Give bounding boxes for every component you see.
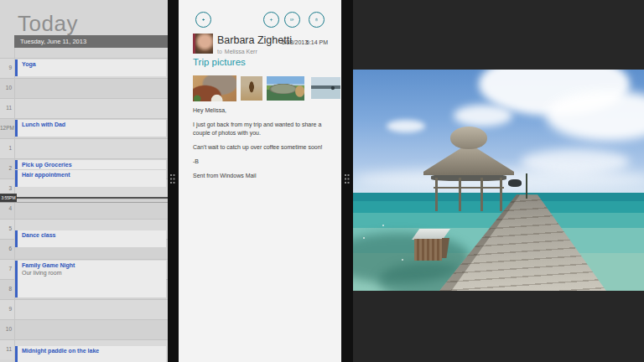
calendar-date-header: Tuesday, June 11, 2013: [14, 35, 168, 48]
calendar-hour-row[interactable]: [0, 98, 168, 118]
calendar-gutter-divider: [14, 48, 15, 362]
snap-divider-grip-icon[interactable]: [345, 174, 350, 184]
calendar-hour-label: 8: [0, 279, 12, 299]
calendar-event-title: Hair appointment: [22, 172, 166, 179]
mail-body-paragraph: -B: [193, 158, 337, 166]
calendar-app-pane: Today Tuesday, June 11, 2013 9101112PM12…: [0, 0, 168, 362]
calendar-event[interactable]: Hair appointment: [15, 170, 166, 187]
photo-pier-end: [508, 179, 522, 187]
back-arrow-icon: [201, 14, 205, 25]
pier-photo[interactable]: [353, 70, 644, 291]
mail-body-paragraph: I just got back from my trip and wanted …: [193, 121, 337, 137]
attachment-thumbnail-giraffe[interactable]: [241, 76, 262, 101]
mail-date: 5/28/2013: [282, 39, 308, 45]
photo-buoy: [363, 237, 365, 239]
calendar-hour-label: 9: [0, 58, 12, 78]
photo-hut-rail: [434, 187, 504, 189]
mail-body-paragraph: Sent from Windows Mail: [193, 172, 337, 180]
calendar-hour-label: 2: [0, 158, 12, 178]
calendar-event-title: Dance class: [22, 232, 166, 240]
mail-app-pane: Barbara Zighetti 5/28/2013 5:14 PM toMel…: [179, 0, 341, 362]
attachment-thumbnail-beach[interactable]: [311, 77, 340, 99]
to-prefix: to: [217, 49, 222, 54]
calendar-hour-label: 10: [0, 78, 12, 98]
attachment-thumbnail-hippo[interactable]: [267, 76, 304, 101]
photo-cloud: [387, 120, 425, 132]
calendar-event-location: Our living room: [22, 270, 166, 277]
photo-hut-post: [459, 178, 461, 211]
photo-palapa-cap: [450, 127, 487, 149]
calendar-event[interactable]: Midnight paddle on the lake: [15, 346, 166, 362]
calendar-hour-label: 12PM: [0, 118, 12, 138]
snap-divider-left[interactable]: [168, 0, 179, 362]
plus-icon: [269, 14, 273, 25]
calendar-event[interactable]: Dance class: [15, 230, 166, 247]
current-time-line-secondary: [0, 202, 168, 203]
mail-time: 5:14 PM: [306, 39, 328, 45]
calendar-title: Today: [18, 11, 78, 37]
photo-hut-post: [435, 178, 438, 211]
calendar-hour-row[interactable]: [0, 78, 168, 98]
mail-subject: Trip pictures: [193, 57, 246, 67]
calendar-hour-row[interactable]: [0, 299, 168, 319]
delete-button[interactable]: [309, 12, 325, 28]
photo-hut-shadow: [431, 174, 506, 181]
current-time-line: [0, 197, 168, 199]
mail-body-paragraph: Can't wait to catch up over coffee somet…: [193, 143, 337, 152]
calendar-hour-label: 1: [0, 138, 12, 158]
mail-body: Hey Melissa,I just got back from my trip…: [193, 106, 337, 186]
calendar-hour-label: 5: [0, 219, 12, 239]
calendar-hour-label: 11: [0, 339, 12, 359]
mail-body-paragraph: Hey Melissa,: [193, 106, 337, 115]
calendar-event-title: Yoga: [22, 61, 166, 69]
calendar-event[interactable]: Yoga: [15, 59, 166, 76]
snap-divider-grip-icon[interactable]: [170, 174, 175, 184]
calendar-hour-label: 11: [0, 98, 12, 118]
recipient-name: Melissa Kerr: [225, 49, 257, 54]
photo-mooring-pole: [526, 173, 527, 199]
calendar-hour-label: 10: [0, 319, 12, 339]
calendar-event-title: Family Game Night: [22, 262, 166, 270]
calendar-event-title: Lunch with Dad: [22, 122, 166, 129]
calendar-event[interactable]: Family Game NightOur living room: [15, 261, 166, 297]
calendar-event[interactable]: Lunch with Dad: [15, 120, 166, 137]
photo-buoy: [402, 259, 403, 261]
sender-avatar: [193, 34, 213, 54]
photo-bench: [414, 239, 442, 261]
photo-cloud: [454, 105, 512, 127]
photo-buoy: [382, 225, 384, 226]
trash-icon: [314, 14, 319, 25]
current-time-badge: 3:55PM: [0, 194, 17, 202]
calendar-hour-label: 7: [0, 259, 12, 279]
recipient-line: toMelissa Kerr: [217, 49, 257, 54]
snap-divider-right[interactable]: [341, 0, 353, 362]
new-mail-button[interactable]: [263, 12, 279, 28]
photos-app-pane: [353, 0, 644, 362]
calendar-hour-label: 6: [0, 239, 12, 259]
reply-envelope-icon: [290, 14, 294, 25]
photo-hut-post: [500, 178, 502, 211]
sender-name: Barbara Zighetti: [217, 34, 292, 46]
calendar-event-title: Midnight paddle on the lake: [22, 348, 166, 355]
calendar-event[interactable]: Pick up Groceries: [15, 160, 166, 169]
windows8-split-screen: Today Tuesday, June 11, 2013 9101112PM12…: [0, 0, 644, 362]
back-button[interactable]: [195, 12, 211, 28]
photo-hut-post: [480, 178, 483, 211]
calendar-event-title: Pick up Groceries: [22, 162, 166, 169]
calendar-hour-row[interactable]: [0, 319, 168, 339]
calendar-hour-label: 9: [0, 299, 12, 319]
calendar-hour-row[interactable]: [0, 138, 168, 158]
respond-button[interactable]: [284, 12, 300, 28]
attachment-thumbnail-elephant[interactable]: [193, 75, 236, 101]
